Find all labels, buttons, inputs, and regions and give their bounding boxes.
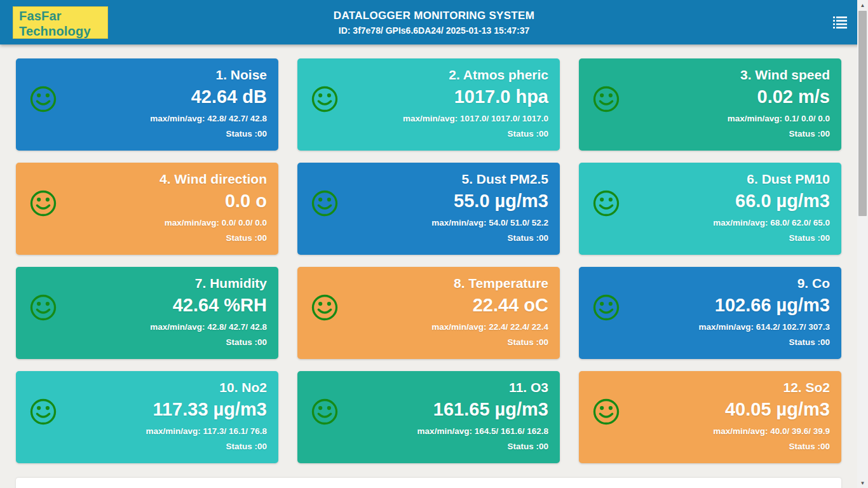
sensor-status: Status :00 — [226, 335, 267, 350]
sensor-title: 1. Noise — [215, 66, 267, 84]
sensor-status: Status :00 — [789, 126, 830, 142]
sensor-stats: max/min/avg: 42.8/ 42.7/ 42.8 — [150, 111, 267, 126]
header-titles: DATALOGGER MONITORING SYSTEM ID: 3f7e78/… — [0, 0, 868, 44]
sensor-stats: max/min/avg: 0.1/ 0.0/ 0.0 — [728, 111, 830, 126]
next-section-panel — [16, 478, 841, 488]
smiley-face-icon — [29, 398, 57, 426]
sensor-value: 40.05 µg/m3 — [725, 396, 830, 422]
sensor-status: Status :00 — [507, 231, 548, 246]
sensor-card-o3[interactable]: 11. O3 161.65 µg/m3 max/min/avg: 164.5/ … — [297, 371, 560, 463]
sensor-status: Status :00 — [789, 231, 830, 246]
device-id-and-timestamp: ID: 3f7e78/ GPIs6.6DA24/ 2025-01-13 15:4… — [339, 25, 529, 36]
sensor-status: Status :00 — [507, 335, 548, 350]
list-menu-icon[interactable] — [832, 16, 848, 29]
smiley-face-icon — [311, 85, 339, 113]
sensor-value: 117.33 µg/m3 — [153, 396, 267, 422]
sensor-value: 102.66 µg/m3 — [715, 292, 830, 318]
smiley-face-icon — [311, 189, 339, 217]
smiley-face-icon — [29, 189, 57, 217]
sensor-stats: max/min/avg: 1017.0/ 1017.0/ 1017.0 — [403, 111, 548, 126]
smiley-face-icon — [29, 294, 57, 322]
sensor-title: 11. O3 — [509, 379, 548, 396]
sensor-value: 42.64 dB — [191, 84, 267, 109]
sensor-stats: max/min/avg: 68.0/ 62.0/ 65.0 — [713, 215, 830, 231]
sensor-stats: max/min/avg: 42.8/ 42.7/ 42.8 — [150, 319, 267, 335]
sensor-card-so2[interactable]: 12. So2 40.05 µg/m3 max/min/avg: 40.0/ 3… — [579, 371, 841, 463]
sensor-title: 5. Dust PM2.5 — [461, 170, 548, 188]
sensor-status: Status :00 — [226, 439, 267, 454]
sensor-title: 4. Wind direction — [159, 170, 267, 188]
sensor-value: 0.0 o — [225, 188, 267, 214]
sensor-card-temperature[interactable]: 8. Temperature 22.44 oC max/min/avg: 22.… — [297, 267, 560, 359]
sensor-title: 3. Wind speed — [740, 66, 830, 84]
sensor-card-humidity[interactable]: 7. Humidity 42.64 %RH max/min/avg: 42.8/… — [16, 267, 278, 359]
sensor-value: 1017.0 hpa — [454, 84, 548, 109]
sensor-card-dust-pm10[interactable]: 6. Dust PM10 66.0 µg/m3 max/min/avg: 68.… — [579, 163, 841, 255]
sensor-value: 161.65 µg/m3 — [433, 396, 548, 422]
sensor-card-noise[interactable]: 1. Noise 42.64 dB max/min/avg: 42.8/ 42.… — [16, 58, 278, 151]
smiley-face-icon — [592, 85, 620, 113]
sensor-value: 22.44 oC — [473, 292, 548, 318]
smiley-face-icon — [592, 398, 620, 426]
sensor-card-atmospheric[interactable]: 2. Atmos pheric 1017.0 hpa max/min/avg: … — [297, 58, 560, 151]
sensor-card-wind-speed[interactable]: 3. Wind speed 0.02 m/s max/min/avg: 0.1/… — [579, 58, 841, 151]
sensor-value: 66.0 µg/m3 — [735, 188, 830, 214]
sensor-status: Status :00 — [789, 335, 830, 350]
sensor-title: 8. Temperature — [454, 274, 548, 292]
smiley-face-icon — [29, 85, 57, 113]
sensor-title: 2. Atmos pheric — [449, 66, 548, 84]
page-title: DATALOGGER MONITORING SYSTEM — [334, 10, 534, 22]
sensor-stats: max/min/avg: 164.5/ 161.6/ 162.8 — [417, 423, 548, 439]
sensor-title: 9. Co — [797, 274, 830, 292]
sensor-value: 42.64 %RH — [173, 292, 267, 318]
sensor-status: Status :00 — [226, 231, 267, 246]
sensor-status: Status :00 — [507, 126, 548, 142]
sensor-value: 0.02 m/s — [757, 84, 830, 109]
scrollbar-thumb[interactable] — [858, 11, 867, 216]
sensor-card-co[interactable]: 9. Co 102.66 µg/m3 max/min/avg: 614.2/ 1… — [579, 267, 841, 359]
smiley-face-icon — [311, 398, 339, 426]
sensor-card-wind-direction[interactable]: 4. Wind direction 0.0 o max/min/avg: 0.0… — [16, 163, 278, 255]
vertical-scrollbar[interactable]: ▲ ▼ — [857, 0, 868, 488]
sensor-status: Status :00 — [226, 126, 267, 142]
app-header: FasFar Technology DATALOGGER MONITORING … — [0, 0, 868, 44]
sensor-stats: max/min/avg: 117.3/ 16.1/ 76.8 — [146, 423, 267, 439]
scroll-down-icon[interactable]: ▼ — [857, 478, 868, 488]
sensor-title: 6. Dust PM10 — [747, 170, 830, 188]
sensor-title: 7. Humidity — [195, 274, 267, 292]
smiley-face-icon — [592, 189, 620, 217]
sensor-stats: max/min/avg: 0.0/ 0.0/ 0.0 — [165, 215, 267, 231]
sensor-status: Status :00 — [507, 439, 548, 454]
sensor-stats: max/min/avg: 40.0/ 39.6/ 39.9 — [713, 423, 830, 439]
sensor-card-dust-pm25[interactable]: 5. Dust PM2.5 55.0 µg/m3 max/min/avg: 54… — [297, 163, 560, 255]
sensor-card-no2[interactable]: 10. No2 117.33 µg/m3 max/min/avg: 117.3/… — [16, 371, 278, 463]
sensor-value: 55.0 µg/m3 — [454, 188, 548, 214]
sensor-stats: max/min/avg: 22.4/ 22.4/ 22.4 — [431, 319, 548, 335]
sensor-status: Status :00 — [789, 439, 830, 454]
sensor-stats: max/min/avg: 614.2/ 102.7/ 307.3 — [699, 319, 830, 335]
smiley-face-icon — [592, 294, 620, 322]
sensor-stats: max/min/avg: 54.0/ 51.0/ 52.2 — [431, 215, 548, 231]
sensor-title: 10. No2 — [219, 379, 267, 396]
sensor-card-grid: 1. Noise 42.64 dB max/min/avg: 42.8/ 42.… — [16, 58, 841, 463]
sensor-title: 12. So2 — [783, 379, 830, 396]
smiley-face-icon — [311, 294, 339, 322]
scroll-up-icon[interactable]: ▲ — [857, 0, 868, 10]
